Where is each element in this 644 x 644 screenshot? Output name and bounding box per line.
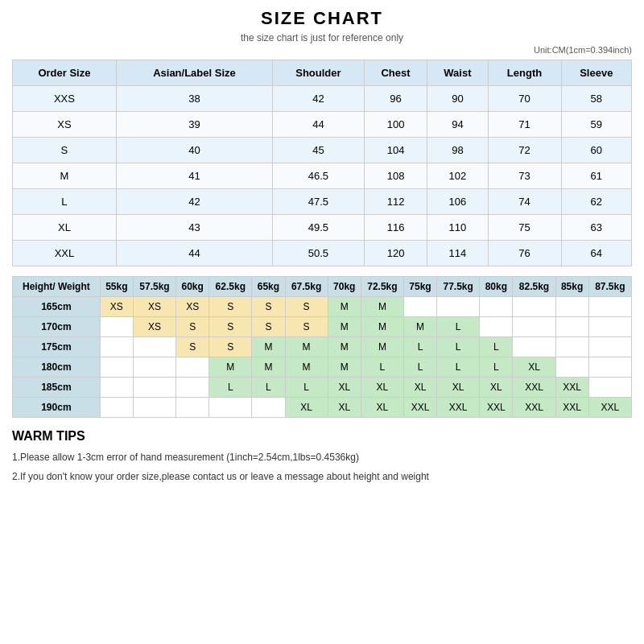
- table-cell: 100: [364, 112, 427, 138]
- hw-cell: XL: [361, 378, 403, 398]
- hw-cell: M: [361, 317, 403, 337]
- table-cell: S: [13, 138, 117, 163]
- hw-cell: XL: [513, 357, 555, 378]
- size-table-header: Length: [488, 60, 561, 86]
- hw-cell: S: [209, 297, 252, 317]
- hw-cell: [176, 398, 209, 418]
- hw-cell: XS: [100, 297, 133, 317]
- hw-chart-table: Height/ Weight55kg57.5kg60kg62.5kg65kg67…: [12, 276, 632, 418]
- height-cell: 165cm: [13, 297, 101, 317]
- table-cell: 73: [488, 163, 561, 189]
- table-cell: 112: [364, 189, 427, 215]
- hw-table-header: 55kg: [100, 277, 133, 297]
- hw-cell: L: [437, 317, 480, 337]
- hw-cell: [555, 337, 588, 357]
- table-cell: XS: [13, 112, 117, 138]
- hw-cell: XXL: [588, 398, 631, 418]
- height-cell: 180cm: [13, 357, 101, 378]
- hw-cell: M: [285, 337, 328, 357]
- hw-cell: M: [252, 357, 285, 378]
- table-cell: L: [13, 189, 117, 215]
- table-row: XL4349.51161107563: [13, 215, 632, 241]
- hw-table-header: 62.5kg: [209, 277, 252, 297]
- table-cell: 40: [116, 138, 272, 163]
- hw-cell: [555, 357, 588, 378]
- hw-cell: [555, 297, 588, 317]
- table-cell: 90: [427, 86, 488, 112]
- hw-table-header: 67.5kg: [285, 277, 328, 297]
- hw-cell: [403, 297, 436, 317]
- table-row: 170cmXSSSSSMMML: [13, 317, 632, 337]
- hw-cell: [133, 378, 175, 398]
- table-cell: 96: [364, 86, 427, 112]
- table-row: XXL4450.51201147664: [13, 241, 632, 266]
- size-table-header: Shoulder: [273, 60, 365, 86]
- hw-cell: L: [403, 337, 436, 357]
- hw-cell: L: [480, 357, 513, 378]
- hw-cell: S: [252, 297, 285, 317]
- table-cell: 106: [427, 189, 488, 215]
- hw-cell: XL: [285, 398, 328, 418]
- hw-cell: S: [209, 337, 252, 357]
- hw-cell: XXL: [513, 398, 555, 418]
- hw-cell: S: [252, 317, 285, 337]
- hw-cell: M: [252, 337, 285, 357]
- hw-cell: L: [285, 378, 328, 398]
- hw-cell: XS: [176, 297, 209, 317]
- table-cell: 49.5: [273, 215, 365, 241]
- hw-cell: M: [209, 357, 252, 378]
- hw-cell: [480, 317, 513, 337]
- hw-cell: [588, 297, 631, 317]
- hw-cell: XXL: [513, 378, 555, 398]
- size-table-header: Order Size: [13, 60, 117, 86]
- hw-cell: [588, 337, 631, 357]
- table-cell: 42: [273, 86, 365, 112]
- table-cell: 64: [561, 241, 631, 266]
- table-cell: 50.5: [273, 241, 365, 266]
- table-cell: 61: [561, 163, 631, 189]
- table-cell: XXL: [13, 241, 117, 266]
- hw-cell: XXL: [403, 398, 436, 418]
- hw-cell: XL: [403, 378, 436, 398]
- hw-cell: M: [403, 317, 436, 337]
- table-cell: 63: [561, 215, 631, 241]
- hw-cell: [555, 317, 588, 337]
- size-table-header: Waist: [427, 60, 488, 86]
- table-cell: 43: [116, 215, 272, 241]
- hw-cell: XL: [361, 398, 403, 418]
- table-row: 190cmXLXLXLXXLXXLXXLXXLXXLXXL: [13, 398, 632, 418]
- hw-cell: [513, 317, 555, 337]
- table-cell: 114: [427, 241, 488, 266]
- hw-table-header: 60kg: [176, 277, 209, 297]
- table-cell: 71: [488, 112, 561, 138]
- hw-table-header: 70kg: [328, 277, 361, 297]
- hw-cell: L: [361, 357, 403, 378]
- hw-cell: L: [480, 337, 513, 357]
- hw-cell: [100, 398, 133, 418]
- hw-cell: XXL: [480, 398, 513, 418]
- table-row: S4045104987260: [13, 138, 632, 163]
- hw-cell: [176, 378, 209, 398]
- hw-cell: [480, 297, 513, 317]
- table-cell: 98: [427, 138, 488, 163]
- hw-cell: L: [209, 378, 252, 398]
- table-cell: 46.5: [273, 163, 365, 189]
- table-cell: 110: [427, 215, 488, 241]
- hw-cell: [588, 378, 631, 398]
- hw-table-header: Height/ Weight: [13, 277, 101, 297]
- hw-table-header: 72.5kg: [361, 277, 403, 297]
- hw-cell: [252, 398, 285, 418]
- hw-cell: [133, 398, 175, 418]
- hw-cell: M: [328, 317, 361, 337]
- hw-cell: [133, 337, 175, 357]
- table-cell: XXS: [13, 86, 117, 112]
- unit-note: Unit:CM(1cm=0.394inch): [12, 45, 632, 55]
- table-cell: 120: [364, 241, 427, 266]
- table-cell: 58: [561, 86, 631, 112]
- table-cell: 44: [273, 112, 365, 138]
- hw-cell: S: [176, 317, 209, 337]
- table-row: L4247.51121067462: [13, 189, 632, 215]
- hw-table-header: 82.5kg: [513, 277, 555, 297]
- table-cell: 42: [116, 189, 272, 215]
- hw-cell: [513, 337, 555, 357]
